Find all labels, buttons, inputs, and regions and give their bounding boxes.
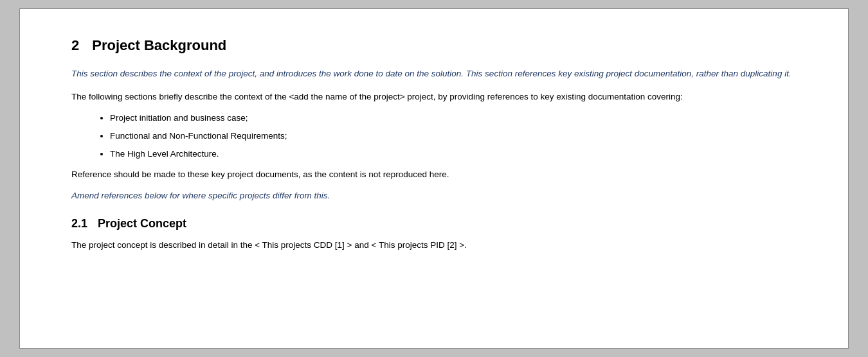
amend-note: Amend references below for where specifi… [71, 189, 797, 202]
section-2-number: 2 [71, 37, 79, 53]
section-2-heading: 2Project Background [71, 35, 797, 56]
section-21-body: The project concept is described in deta… [71, 239, 797, 252]
section-21-number: 2.1 [71, 217, 87, 230]
page-container: 2Project Background This section describ… [0, 0, 868, 357]
document-page: 2Project Background This section describ… [19, 8, 849, 349]
list-item: The High Level Architecture. [110, 148, 797, 161]
section-2-intro: This section describes the context of th… [71, 67, 797, 80]
section-2-body: The following sections briefly describe … [71, 91, 797, 103]
reference-paragraph: Reference should be made to these key pr… [71, 168, 797, 181]
section-21-heading: 2.1Project Concept [71, 215, 797, 232]
list-item: Project initiation and business case; [110, 112, 797, 125]
bullet-list: Project initiation and business case; Fu… [110, 112, 797, 161]
list-item: Functional and Non-Functional Requiremen… [110, 130, 797, 143]
section-21-title: Project Concept [98, 217, 186, 230]
section-2-title: Project Background [92, 37, 226, 53]
